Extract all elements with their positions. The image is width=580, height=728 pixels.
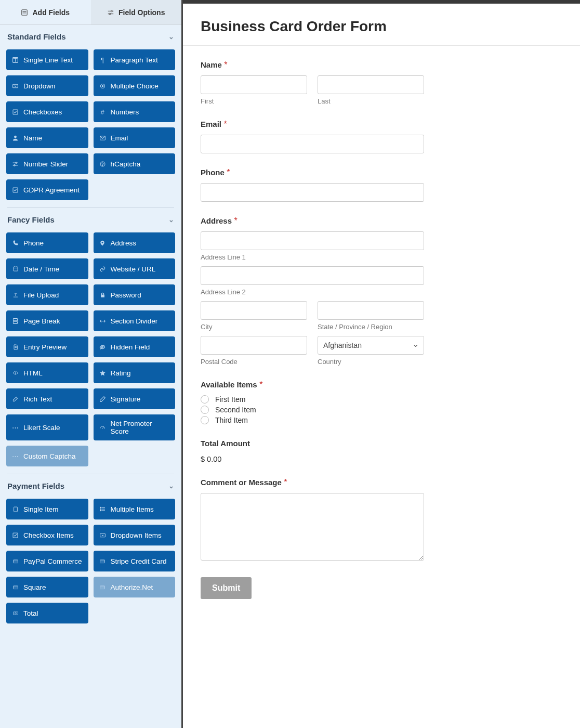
check-square-icon xyxy=(11,186,19,194)
field-date-time[interactable]: Date / Time xyxy=(6,258,88,279)
field-paypal[interactable]: PayPal Commerce xyxy=(6,551,88,571)
dropdown-icon xyxy=(99,531,107,539)
svg-rect-41 xyxy=(100,534,105,537)
field-custom-captcha[interactable]: ⋯Custom Captcha xyxy=(6,446,88,466)
item-option-3[interactable]: Third Item xyxy=(201,416,562,424)
field-dropdown-items[interactable]: Dropdown Items xyxy=(94,525,176,545)
item-option-2[interactable]: Second Item xyxy=(201,406,562,414)
address-label: Address xyxy=(201,216,232,225)
field-multiple-choice[interactable]: Multiple Choice xyxy=(94,75,176,96)
field-signature[interactable]: Signature xyxy=(94,388,176,409)
item-option-3-label: Third Item xyxy=(215,416,248,424)
svg-rect-8 xyxy=(13,84,18,88)
field-gdpr[interactable]: GDPR Agreement xyxy=(6,179,88,200)
postal-code-input[interactable] xyxy=(201,336,307,355)
total-label: Total Amount xyxy=(201,439,250,448)
field-checkboxes[interactable]: Checkboxes xyxy=(6,101,88,122)
dots-icon: ⋯ xyxy=(11,452,19,460)
field-likert-scale[interactable]: ⋯Likert Scale xyxy=(6,414,88,440)
field-number-slider[interactable]: Number Slider xyxy=(6,153,88,174)
field-numbers[interactable]: #Numbers xyxy=(94,101,176,122)
email-input[interactable] xyxy=(201,135,424,153)
field-authorize-net[interactable]: Authorize.Net xyxy=(94,577,176,597)
radio-icon xyxy=(201,416,209,424)
fancy-fields-grid: Phone Address Date / Time Website / URL … xyxy=(0,227,181,469)
section-header-payment[interactable]: Payment Fields ⌄ xyxy=(0,474,181,493)
addr1-sublabel: Address Line 1 xyxy=(201,253,424,261)
field-hcaptcha[interactable]: hCaptcha xyxy=(94,153,176,174)
svg-line-32 xyxy=(102,427,103,428)
phone-icon xyxy=(11,239,19,247)
hash-icon: # xyxy=(99,108,107,116)
svg-rect-48 xyxy=(100,586,105,589)
name-label: Name xyxy=(201,60,222,69)
field-address[interactable]: Address xyxy=(94,232,176,253)
first-name-input[interactable] xyxy=(201,75,307,94)
address-line-1-input[interactable] xyxy=(201,231,424,250)
state-input[interactable] xyxy=(318,301,424,320)
sliders-icon xyxy=(107,9,114,16)
lock-icon xyxy=(99,291,107,299)
field-entry-preview[interactable]: Entry Preview xyxy=(6,336,88,357)
field-address-row: Address * Address Line 1 Address Line 2 … xyxy=(201,216,562,366)
field-label: Email xyxy=(111,134,128,142)
map-pin-icon xyxy=(99,239,107,247)
field-phone[interactable]: Phone xyxy=(6,232,88,253)
field-net-promoter[interactable]: Net Promoter Score xyxy=(94,414,176,440)
field-email[interactable]: Email xyxy=(94,127,176,148)
section-header-fancy[interactable]: Fancy Fields ⌄ xyxy=(0,208,181,227)
field-total[interactable]: Total xyxy=(6,603,88,623)
email-label: Email xyxy=(201,120,221,128)
credit-card-icon xyxy=(11,583,19,591)
last-name-input[interactable] xyxy=(318,75,424,94)
item-option-1[interactable]: First Item xyxy=(201,395,562,404)
text-icon xyxy=(11,56,19,64)
last-sublabel: Last xyxy=(318,97,424,105)
address-line-2-input[interactable] xyxy=(201,266,424,285)
section-title-standard: Standard Fields xyxy=(7,32,66,41)
field-email-row: Email * xyxy=(201,120,562,153)
field-file-upload[interactable]: File Upload xyxy=(6,284,88,305)
credit-card-icon xyxy=(99,583,107,591)
field-square[interactable]: Square xyxy=(6,577,88,597)
field-dropdown[interactable]: Dropdown xyxy=(6,75,88,96)
field-single-line-text[interactable]: Single Line Text xyxy=(6,49,88,70)
comment-textarea[interactable] xyxy=(201,493,424,561)
calendar-icon xyxy=(11,265,19,273)
user-icon xyxy=(11,134,19,142)
submit-button[interactable]: Submit xyxy=(201,577,252,599)
code-icon xyxy=(11,369,19,377)
tab-field-options[interactable]: Field Options xyxy=(91,0,182,24)
field-page-break[interactable]: Page Break xyxy=(6,310,88,331)
field-multiple-items[interactable]: Multiple Items xyxy=(94,499,176,519)
field-label: Address xyxy=(111,239,137,247)
country-select[interactable]: Afghanistan xyxy=(318,336,424,355)
item-option-1-label: First Item xyxy=(215,395,245,404)
field-name[interactable]: Name xyxy=(6,127,88,148)
chevron-down-icon: ⌄ xyxy=(168,216,174,224)
field-label: Rating xyxy=(111,369,131,377)
field-hidden-field[interactable]: Hidden Field xyxy=(94,336,176,357)
field-label: Page Break xyxy=(23,317,60,325)
field-website-url[interactable]: Website / URL xyxy=(94,258,176,279)
field-rich-text[interactable]: Rich Text xyxy=(6,388,88,409)
section-header-standard[interactable]: Standard Fields ⌄ xyxy=(0,25,181,44)
list-icon xyxy=(99,505,107,513)
field-label: Total xyxy=(23,609,38,617)
question-circle-icon xyxy=(99,160,107,168)
field-html[interactable]: HTML xyxy=(6,362,88,383)
field-section-divider[interactable]: Section Divider xyxy=(94,310,176,331)
field-rating[interactable]: Rating xyxy=(94,362,176,383)
comment-label: Comment or Message xyxy=(201,478,282,487)
tab-add-fields[interactable]: Add Fields xyxy=(0,0,91,24)
phone-input[interactable] xyxy=(201,183,424,202)
document-icon xyxy=(11,343,19,351)
field-label: Signature xyxy=(111,395,141,403)
field-checkbox-items[interactable]: Checkbox Items xyxy=(6,525,88,545)
field-stripe[interactable]: Stripe Credit Card xyxy=(94,551,176,571)
field-password[interactable]: Password xyxy=(94,284,176,305)
field-single-item[interactable]: Single Item xyxy=(6,499,88,519)
field-paragraph-text[interactable]: ¶Paragraph Text xyxy=(94,49,176,70)
radio-icon xyxy=(99,82,107,90)
city-input[interactable] xyxy=(201,301,307,320)
